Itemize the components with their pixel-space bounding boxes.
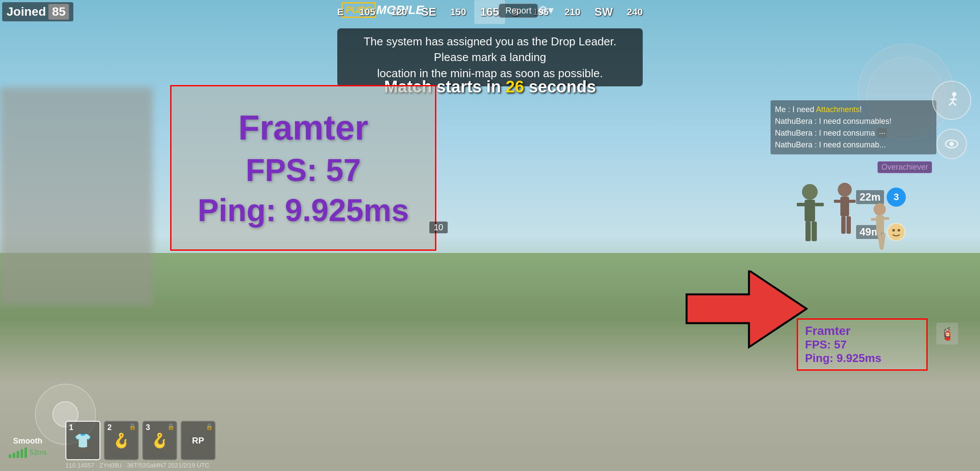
smooth-indicator: Smooth 52ms [9,437,47,458]
server-info: 110.14557 · ZYn09U · 36T/53SaMN7 2021/2/… [65,462,209,469]
compass-240: 240 [619,0,651,24]
svg-line-3 [953,102,956,106]
overlay-small-ping: Ping: 9.925ms [805,352,919,365]
joined-label: Joined [7,5,46,19]
svg-rect-26 [883,217,889,220]
svg-rect-24 [876,215,884,233]
ping-bar-5 [24,447,27,458]
inv-num-1: 1 [69,423,73,432]
eye-button-area [936,129,967,159]
item-icon-area: 🧯 [936,323,958,345]
ping-bar-2 [13,453,15,458]
inv-slot-rp[interactable]: 🔒 RP [181,421,216,460]
inv-slot-3[interactable]: 3 🔒 🪝 [142,421,177,460]
compass-150: 150 [442,0,474,24]
svg-rect-19 [834,200,841,203]
notification-line1: The system has assigned you as the Drop … [363,35,617,64]
overlay-large-ping: Ping: 9.925ms [198,192,409,228]
countdown-number: 26 [506,78,524,96]
joined-badge: Joined 85 [2,2,73,21]
svg-point-17 [838,183,852,197]
compass-SW: SW [589,0,619,24]
compass-SE: SE [415,0,442,24]
ping-ms: 52ms [30,449,47,457]
chat-panel: Me : I need Attachments! NathuBera : I n… [771,100,936,154]
run-button-area [932,81,971,120]
svg-rect-18 [840,197,849,216]
svg-rect-12 [805,200,815,222]
compass-105: 105 [352,0,384,24]
ping-bar-3 [17,451,19,458]
svg-rect-15 [805,222,811,241]
svg-rect-22 [846,216,851,234]
ping-bar-container [9,447,27,458]
inv-slot-2[interactable]: 2 🔒 🪝 [104,421,139,460]
ping-bar-4 [21,449,23,458]
svg-rect-21 [841,216,846,234]
svg-rect-20 [848,200,856,203]
inv-slot-1[interactable]: 1 👕 [65,421,100,460]
inv-lock-2: 🔒 [129,423,136,430]
ping-bar-1 [9,454,11,458]
svg-line-2 [949,102,953,106]
chat-line-4: NathuBera : I need consumab... [775,139,932,151]
compass-E: E [329,0,352,24]
inv-lock-rp: 🔒 [206,423,213,430]
eye-button[interactable] [936,129,967,159]
svg-point-23 [874,203,886,215]
svg-point-11 [802,184,818,200]
fps-overlay-large: Framter FPS: 57 Ping: 9.925ms [170,85,436,251]
svg-rect-14 [815,203,824,206]
chat-line-2: NathuBera : I need consumables! [775,116,932,127]
overlay-large-name: Framter [238,108,368,148]
countdown-suffix: seconds [524,78,596,96]
game-characters [749,166,901,340]
svg-point-0 [952,92,956,96]
svg-rect-13 [797,203,805,206]
notification-text: The system has assigned you as the Drop … [350,34,630,81]
inv-lock-3: 🔒 [167,423,175,430]
svg-rect-25 [871,218,877,221]
inv-rp-label: RP [192,436,204,446]
overlay-large-fps: FPS: 57 [246,152,361,188]
svg-rect-16 [812,222,817,241]
report-button[interactable]: Report [499,3,538,18]
compass-bar: E 105 120 SE 150 165 S 195 210 SW 240 [329,0,651,24]
inv-icon-2: 🪝 [113,432,130,449]
compass-120: 120 [383,0,415,24]
chat-line-3: NathuBera : I need consuma ··· [775,127,932,139]
chat-line-1: Me : I need Attachments! [775,104,932,116]
joined-count: 85 [48,4,69,20]
settings-icon[interactable]: ⚙▾ [538,3,554,17]
inv-icon-3: 🪝 [151,432,168,449]
svg-point-6 [949,142,954,146]
eye-icon [944,136,959,152]
run-button[interactable] [932,81,971,120]
item-count-badge: 10 [429,222,448,233]
run-icon [941,90,962,111]
inv-num-2: 2 [107,423,112,432]
inv-num-3: 3 [146,423,150,432]
chat-highlight-1: Attachments [816,105,860,114]
inv-icon-1: 👕 [74,432,92,449]
bottom-hud: Smooth 52ms 1 👕 2 🔒 🪝 3 🔒 🪝 [0,414,980,471]
smooth-text: Smooth [13,437,42,446]
inventory-slots: 1 👕 2 🔒 🪝 3 🔒 🪝 🔒 RP [65,421,216,460]
blur-left-area [0,87,153,305]
compass-210: 210 [557,0,589,24]
